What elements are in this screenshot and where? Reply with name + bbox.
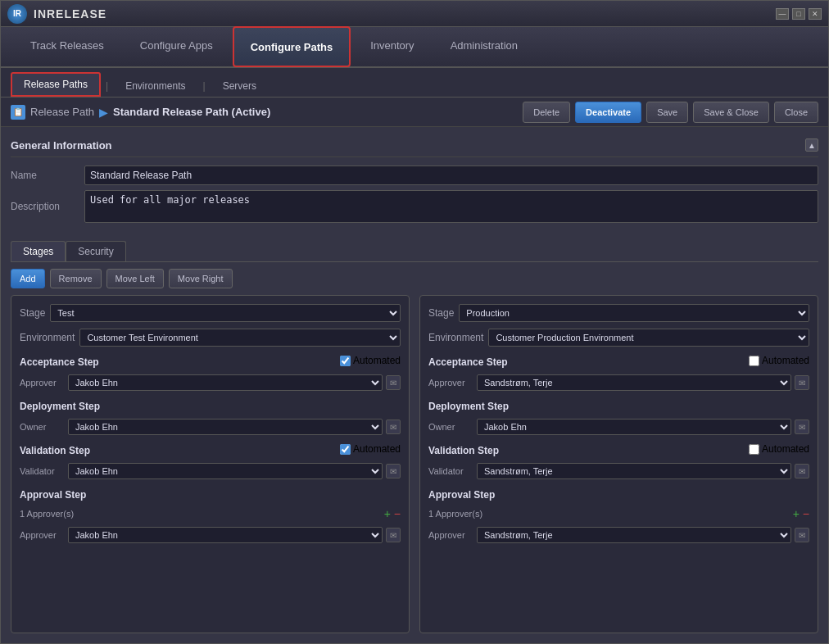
validation-validator-select-production[interactable]: Sandstrøm, Terje <box>477 463 791 479</box>
approval-approver-mail-production[interactable]: ✉ <box>795 528 809 542</box>
remove-approver-test[interactable]: − <box>394 507 401 520</box>
delete-button[interactable]: Delete <box>523 102 570 123</box>
app-title: INRELEASE <box>34 7 106 20</box>
validation-auto-production: Automated <box>749 443 809 455</box>
deployment-owner-select-production[interactable]: Jakob Ehn <box>477 419 791 435</box>
tab-servers[interactable]: Servers <box>211 75 269 97</box>
tab-separator-2: | <box>198 75 211 97</box>
remove-approver-production[interactable]: − <box>803 507 809 520</box>
tab-environments[interactable]: Environments <box>113 75 197 97</box>
add-approver-production[interactable]: + <box>793 507 800 520</box>
nav-inventory[interactable]: Inventory <box>354 26 430 67</box>
acceptance-approver-mail-test[interactable]: ✉ <box>386 375 401 390</box>
deployment-owner-label-test: Owner <box>20 422 65 432</box>
remove-stage-button[interactable]: Remove <box>50 269 102 288</box>
validation-auto-label-test: Automated <box>353 443 401 455</box>
approval-approver-select-production[interactable]: Sandstrøm, Terje <box>477 527 791 543</box>
acceptance-auto-test: Automated <box>340 355 401 366</box>
desc-label: Description <box>11 201 84 212</box>
deployment-owner-label-production: Owner <box>428 422 473 432</box>
release-path-icon: 📋 <box>11 105 25 120</box>
name-input[interactable] <box>84 166 818 185</box>
validation-header-test: Validation Step Automated <box>20 442 401 456</box>
titlebar-controls[interactable]: — □ ✕ <box>776 8 822 20</box>
acceptance-approver-row-production: Approver Sandstrøm, Terje ✉ <box>428 374 809 391</box>
env-label-0: Environment <box>20 332 75 343</box>
validation-title-test: Validation Step <box>20 445 90 456</box>
tab-stages[interactable]: Stages <box>11 241 66 261</box>
approval-approver-mail-test[interactable]: ✉ <box>386 528 401 542</box>
breadcrumb-base: Release Path <box>30 106 94 118</box>
acceptance-approver-select-production[interactable]: Sandstrøm, Terje <box>477 374 791 391</box>
add-approver-test[interactable]: + <box>384 507 391 520</box>
desc-input[interactable] <box>84 190 818 223</box>
acceptance-auto-production: Automated <box>749 355 809 366</box>
validation-validator-row-production: Validator Sandstrøm, Terje ✉ <box>428 463 809 479</box>
approval-approver-select-test[interactable]: Jakob Ehn <box>68 527 383 543</box>
approval-title-production: Approval Step <box>428 489 809 501</box>
deployment-title-production: Deployment Step <box>428 401 809 412</box>
tab-security[interactable]: Security <box>66 241 125 261</box>
acceptance-approver-row-test: Approver Jakob Ehn ✉ <box>20 374 401 391</box>
validation-title-production: Validation Step <box>428 445 499 456</box>
name-label: Name <box>11 170 84 181</box>
collapse-button[interactable]: ▲ <box>805 138 818 152</box>
save-button[interactable]: Save <box>646 102 688 123</box>
env-label-1: Environment <box>428 332 483 343</box>
close-window-button[interactable]: ✕ <box>809 8 822 20</box>
move-right-button[interactable]: Move Right <box>169 269 233 288</box>
breadcrumb-arrow: ▶ <box>99 106 108 119</box>
env-select-production[interactable]: Customer Production Environment <box>488 329 809 347</box>
validation-validator-label-production: Validator <box>428 466 473 476</box>
breadcrumb-path: Standard Release Path (Active) <box>113 106 270 118</box>
deployment-owner-row-production: Owner Jakob Ehn ✉ <box>428 419 809 435</box>
move-left-button[interactable]: Move Left <box>106 269 164 288</box>
deployment-owner-row-test: Owner Jakob Ehn ✉ <box>20 419 401 435</box>
general-info-header: General Information ▲ <box>11 134 818 157</box>
acceptance-auto-checkbox-test[interactable] <box>340 356 351 366</box>
approvers-count-label-production: 1 Approver(s) <box>428 509 482 519</box>
approval-approver-label-production: Approver <box>428 530 473 540</box>
stage-row-test: Stage Test <box>20 304 401 322</box>
breadcrumb-actions: Delete Deactivate Save Save & Close Clos… <box>523 102 818 123</box>
save-close-button[interactable]: Save & Close <box>693 102 769 123</box>
approval-approver-row-test: Approver Jakob Ehn ✉ <box>20 527 401 543</box>
close-button[interactable]: Close <box>774 102 818 123</box>
deployment-owner-select-test[interactable]: Jakob Ehn <box>68 419 383 435</box>
deployment-owner-mail-test[interactable]: ✉ <box>386 420 401 434</box>
validation-validator-mail-production[interactable]: ✉ <box>795 464 809 478</box>
deployment-owner-mail-production[interactable]: ✉ <box>795 420 809 434</box>
acceptance-approver-select-test[interactable]: Jakob Ehn <box>68 374 383 391</box>
validation-validator-label-test: Validator <box>20 466 65 476</box>
nav-configure-paths[interactable]: Configure Paths <box>233 26 351 67</box>
titlebar: IR INRELEASE — □ ✕ <box>1 1 828 27</box>
validation-auto-checkbox-test[interactable] <box>340 444 351 455</box>
name-row: Name <box>11 166 818 185</box>
acceptance-approver-label-production: Approver <box>428 378 473 388</box>
validation-validator-mail-test[interactable]: ✉ <box>386 464 401 478</box>
env-select-test[interactable]: Customer Test Environment <box>79 329 401 347</box>
stage-select-test[interactable]: Test <box>50 304 401 322</box>
tab-release-paths[interactable]: Release Paths <box>11 72 101 97</box>
stage-label-1: Stage <box>428 307 454 319</box>
validation-auto-checkbox-production[interactable] <box>749 444 759 455</box>
inner-tabs: Stages Security <box>11 241 818 262</box>
nav-configure-apps[interactable]: Configure Apps <box>124 26 229 67</box>
minimize-button[interactable]: — <box>776 8 789 20</box>
stage-select-production[interactable]: Production <box>459 304 809 322</box>
acceptance-approver-mail-production[interactable]: ✉ <box>795 375 809 390</box>
add-stage-button[interactable]: Add <box>11 269 45 288</box>
restore-button[interactable]: □ <box>792 8 805 20</box>
nav-track-releases[interactable]: Track Releases <box>14 26 120 67</box>
acceptance-auto-label-production: Automated <box>762 355 809 366</box>
approval-title-test: Approval Step <box>20 489 401 501</box>
validation-validator-select-test[interactable]: Jakob Ehn <box>68 463 383 479</box>
stage-row-production: Stage Production <box>428 304 809 322</box>
acceptance-title-production: Acceptance Step <box>428 356 508 368</box>
deactivate-button[interactable]: Deactivate <box>575 102 641 123</box>
nav-administration[interactable]: Administration <box>434 26 534 67</box>
acceptance-auto-checkbox-production[interactable] <box>749 356 759 366</box>
approvers-controls-test: + − <box>384 507 401 520</box>
titlebar-left: IR INRELEASE <box>7 4 106 24</box>
approvers-row-test: 1 Approver(s) + − <box>20 507 401 520</box>
